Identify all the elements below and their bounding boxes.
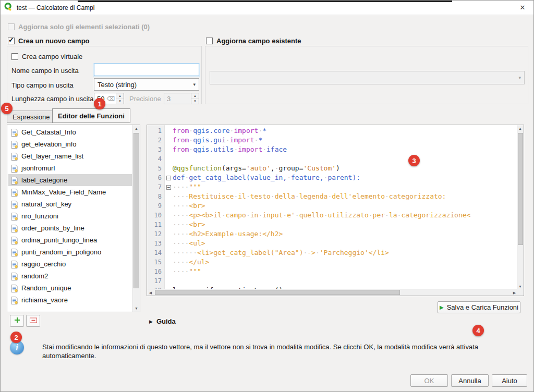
function-icon	[10, 200, 18, 209]
fold-column[interactable]	[165, 192, 173, 201]
function-list-item[interactable]: get_elevation_info	[8, 138, 132, 150]
collapsed-arrow-icon: ▶	[149, 319, 153, 324]
update-selected-checkbox[interactable]	[8, 23, 15, 30]
scroll-up-icon[interactable]: ▲	[517, 125, 524, 132]
function-icon	[10, 284, 18, 292]
scroll-up-icon[interactable]: ▲	[133, 125, 140, 132]
function-list-scrollbar[interactable]: ▲ ▼	[132, 125, 140, 312]
spin-up-icon[interactable]: ▲	[116, 93, 124, 99]
function-list-item[interactable]: Get_layer_name_list	[8, 150, 132, 162]
update-existing-checkbox[interactable]	[206, 38, 213, 44]
editor-horizontal-scrollbar[interactable]: ◀ ▶	[147, 289, 518, 296]
fold-column[interactable]	[165, 220, 173, 229]
line-number: 12	[147, 229, 165, 239]
function-list-item[interactable]: random2	[8, 270, 132, 282]
scroll-left-icon[interactable]: ◀	[147, 289, 154, 296]
fold-column[interactable]	[165, 276, 173, 286]
function-list-item[interactable]: ordina_punti_lungo_linea	[8, 234, 132, 246]
add-function-button[interactable]	[10, 315, 24, 327]
fold-column[interactable]	[165, 211, 173, 220]
function-list-item[interactable]: Random_unique	[8, 282, 132, 294]
annotation-badge-5: 5	[1, 103, 13, 114]
function-item-label: order_points_by_line	[21, 224, 84, 232]
line-number: 14	[147, 248, 165, 258]
aiuto-button[interactable]: Aiuto	[492, 374, 527, 387]
scrollbar-corner	[517, 289, 524, 296]
function-list-item[interactable]: punti_random_in_poligono	[8, 246, 132, 258]
function-list-item[interactable]: nro_funzioni	[8, 210, 132, 222]
guida-toggle[interactable]: ▶ Guida	[149, 317, 176, 325]
tab-espressione[interactable]: Espressione	[7, 111, 56, 123]
function-list-item[interactable]: Get_Catastal_Info	[8, 126, 132, 138]
save-load-functions-button[interactable]: ▶ Salva e Carica Funzioni	[438, 301, 520, 313]
spinner-buttons[interactable]: ▲ ▼	[116, 93, 124, 104]
spin-up-icon[interactable]: ▲	[191, 93, 199, 99]
code-line: 13 ····<ul>	[147, 239, 517, 248]
code-text: ····</ul>	[173, 258, 209, 267]
fold-column[interactable]	[165, 126, 173, 136]
annulla-label: Annulla	[458, 377, 481, 385]
scroll-down-icon[interactable]: ▼	[133, 305, 140, 312]
fold-column[interactable]: −	[165, 173, 173, 182]
fold-column[interactable]	[165, 201, 173, 211]
scrollbar-thumb[interactable]	[518, 133, 523, 245]
output-name-input[interactable]	[94, 64, 199, 76]
line-number: 4	[147, 154, 165, 164]
function-icon	[10, 128, 18, 137]
function-list-item[interactable]: jsonfromurl	[8, 162, 132, 174]
ok-button[interactable]: OK	[410, 374, 448, 387]
qgis-logo-icon	[4, 2, 13, 13]
plus-icon	[14, 316, 21, 325]
fold-column[interactable]	[165, 248, 173, 258]
function-item-label: ordina_punti_lungo_linea	[21, 236, 97, 244]
close-icon[interactable]: ✕	[515, 1, 530, 15]
fold-column[interactable]	[165, 164, 173, 173]
fold-column[interactable]	[165, 258, 173, 267]
code-area[interactable]: 1 from·qgis.core·import·* 2 from·qgis.gu…	[147, 126, 517, 289]
function-list-item[interactable]: MinMax_Value_Field_Name	[8, 186, 132, 198]
spin-down-icon[interactable]: ▼	[191, 99, 199, 104]
fold-column[interactable]: −	[165, 182, 173, 192]
function-list: Get_Catastal_Info get_elevation_info Get…	[8, 126, 132, 311]
existing-field-combo[interactable]: ▾	[210, 71, 525, 84]
output-type-combo[interactable]: Testo (string) ▾	[94, 78, 199, 91]
code-text: from·qgis.core·import·*	[173, 126, 266, 136]
virtual-field-row: Crea campo virtuale	[11, 52, 82, 60]
clear-value-icon[interactable]: ⌫	[106, 95, 115, 102]
editor-vertical-scrollbar[interactable]: ▲ ▼	[517, 125, 524, 290]
code-line: 8 ····Restituisce·il·testo·della·legenda…	[147, 192, 517, 201]
scrollbar-thumb[interactable]	[155, 290, 400, 295]
fold-column[interactable]	[165, 229, 173, 239]
fold-column[interactable]	[165, 145, 173, 154]
fold-column[interactable]	[165, 267, 173, 276]
spin-down-icon[interactable]: ▼	[116, 99, 124, 104]
fold-collapse-icon[interactable]: −	[166, 176, 171, 180]
scrollbar-thumb[interactable]	[134, 133, 139, 288]
function-list-item[interactable]: richiama_vaore	[8, 294, 132, 306]
tab-editor-funzioni[interactable]: Editor delle Funzioni	[52, 108, 130, 123]
code-line: 11 ····<br>	[147, 220, 517, 229]
precision-spinner[interactable]: 3 ▲ ▼	[164, 93, 199, 104]
create-new-field-checkbox[interactable]: ✓	[8, 38, 15, 44]
code-line: 6 − def·get_catg_label(value_in,·feature…	[147, 173, 517, 182]
function-list-item[interactable]: order_points_by_line	[8, 222, 132, 234]
fold-collapse-icon[interactable]: −	[166, 185, 171, 190]
code-editor[interactable]: 1 from·qgis.core·import·* 2 from·qgis.gu…	[147, 125, 524, 296]
virtual-field-checkbox[interactable]	[11, 53, 18, 60]
existing-field-group: ▾	[205, 46, 528, 104]
code-line: 5 @qgsfunction(args='auto',·group='Custo…	[147, 164, 517, 173]
fold-column[interactable]	[165, 154, 173, 164]
code-line: 14 ······<li>get_catg_label("Area")·->·'…	[147, 248, 517, 258]
tab-editor-funzioni-label: Editor delle Funzioni	[58, 112, 125, 120]
fold-column[interactable]	[165, 136, 173, 145]
function-list-item[interactable]: label_categorie	[8, 174, 132, 186]
line-number: 5	[147, 164, 165, 173]
fold-column[interactable]	[165, 239, 173, 248]
remove-function-button[interactable]	[26, 315, 40, 327]
annulla-button[interactable]: Annulla	[451, 374, 489, 387]
line-number: 1	[147, 126, 165, 136]
function-list-item[interactable]: raggio_cerchio	[8, 258, 132, 270]
function-list-item[interactable]: natural_sort_key	[8, 198, 132, 210]
code-text: ····<h2>Example·usage:</h2>	[173, 229, 283, 239]
spinner-buttons[interactable]: ▲ ▼	[191, 93, 199, 104]
